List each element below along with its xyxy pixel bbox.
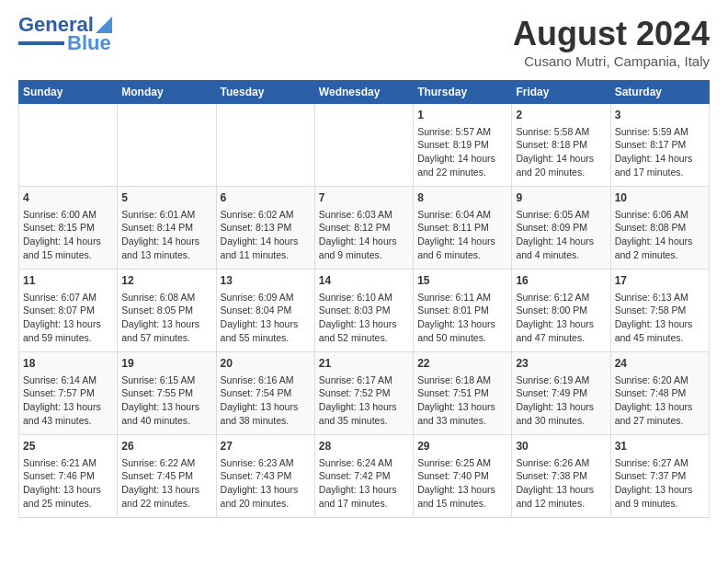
day-info: Daylight: 13 hours [23,400,113,414]
day-number: 16 [516,273,606,289]
day-info: Sunrise: 6:17 AM [319,373,409,387]
calendar-cell: 31Sunrise: 6:27 AMSunset: 7:37 PMDayligh… [610,435,709,518]
day-info: Sunrise: 6:26 AM [516,456,606,470]
day-info: Sunrise: 6:00 AM [23,208,113,222]
day-info: and 40 minutes. [121,414,211,428]
weekday-header-thursday: Thursday [414,81,512,104]
day-info: Daylight: 13 hours [615,317,705,331]
day-number: 2 [516,108,606,123]
day-info: and 55 minutes. [221,331,311,345]
logo: General Blue [18,15,112,53]
calendar-cell: 16Sunrise: 6:12 AMSunset: 8:00 PMDayligh… [512,270,610,352]
day-info: Daylight: 14 hours [221,235,311,248]
calendar-cell: 24Sunrise: 6:20 AMSunset: 7:48 PMDayligh… [610,352,709,435]
day-info: Sunrise: 6:08 AM [121,291,211,304]
weekday-header-saturday: Saturday [610,81,709,104]
day-number: 29 [417,439,507,454]
day-number: 12 [121,273,211,289]
day-info: Daylight: 13 hours [615,483,705,497]
day-info: Sunset: 8:09 PM [516,221,606,235]
day-info: Sunrise: 6:27 AM [615,456,705,470]
day-info: and 52 minutes. [319,331,409,345]
day-number: 21 [319,356,409,372]
day-info: Sunrise: 6:21 AM [23,456,113,470]
day-info: Sunset: 8:01 PM [417,304,507,317]
calendar-cell [314,104,413,187]
calendar-cell: 3Sunrise: 5:59 AMSunset: 8:17 PMDaylight… [610,104,709,187]
day-info: Sunset: 7:58 PM [615,304,705,317]
calendar-cell: 18Sunrise: 6:14 AMSunset: 7:57 PMDayligh… [19,352,118,435]
day-info: and 22 minutes. [417,166,507,179]
calendar-cell: 26Sunrise: 6:22 AMSunset: 7:45 PMDayligh… [118,435,216,518]
weekday-header-monday: Monday [118,81,216,104]
calendar-cell [216,104,314,187]
calendar-cell: 7Sunrise: 6:03 AMSunset: 8:12 PMDaylight… [314,187,413,270]
day-info: Daylight: 13 hours [121,400,211,414]
day-info: Daylight: 13 hours [417,400,507,414]
day-number: 18 [23,356,113,372]
day-number: 15 [417,273,507,289]
day-info: Sunrise: 6:14 AM [23,373,113,387]
day-info: Daylight: 13 hours [23,317,113,331]
weekday-header-friday: Friday [512,81,610,104]
calendar-cell: 14Sunrise: 6:10 AMSunset: 8:03 PMDayligh… [314,270,413,352]
calendar-body: 1Sunrise: 5:57 AMSunset: 8:19 PMDaylight… [19,104,710,518]
calendar-week-4: 18Sunrise: 6:14 AMSunset: 7:57 PMDayligh… [19,352,710,435]
day-info: Sunrise: 6:25 AM [417,456,507,470]
calendar-cell: 30Sunrise: 6:26 AMSunset: 7:38 PMDayligh… [512,435,610,518]
calendar-cell: 9Sunrise: 6:05 AMSunset: 8:09 PMDaylight… [512,187,610,270]
day-info: Sunset: 8:19 PM [417,138,507,152]
day-info: Sunset: 7:46 PM [23,469,113,483]
day-number: 28 [319,439,409,454]
day-info: and 13 minutes. [121,248,211,262]
day-info: Sunset: 8:05 PM [121,304,211,317]
calendar-table: SundayMondayTuesdayWednesdayThursdayFrid… [18,80,710,518]
calendar-cell: 11Sunrise: 6:07 AMSunset: 8:07 PMDayligh… [19,270,118,352]
calendar-cell: 23Sunrise: 6:19 AMSunset: 7:49 PMDayligh… [512,352,610,435]
day-info: Sunset: 8:15 PM [23,221,113,235]
page-header: General Blue August 2024 Cusano Mutri, C… [18,15,710,69]
day-number: 24 [615,356,705,372]
day-info: Sunrise: 6:19 AM [516,373,606,387]
day-info: Sunset: 7:42 PM [319,469,409,483]
day-info: and 30 minutes. [516,414,606,428]
day-info: Daylight: 14 hours [417,235,507,248]
day-info: and 17 minutes. [615,166,705,179]
day-info: and 17 minutes. [319,497,409,511]
day-info: and 47 minutes. [516,331,606,345]
day-info: Sunrise: 6:12 AM [516,291,606,304]
calendar-cell: 5Sunrise: 6:01 AMSunset: 8:14 PMDaylight… [118,187,216,270]
day-info: Sunrise: 6:07 AM [23,291,113,304]
day-info: Sunset: 8:18 PM [516,138,606,152]
day-info: Sunset: 8:00 PM [516,304,606,317]
logo-blue: Blue [67,33,111,53]
calendar-cell: 28Sunrise: 6:24 AMSunset: 7:42 PMDayligh… [314,435,413,518]
day-info: Sunset: 8:08 PM [615,221,705,235]
day-number: 20 [221,356,311,372]
day-info: Sunrise: 6:05 AM [516,208,606,222]
day-info: Sunset: 8:14 PM [121,221,211,235]
day-info: and 9 minutes. [615,497,705,511]
day-info: and 33 minutes. [417,414,507,428]
day-number: 22 [417,356,507,372]
day-info: Sunrise: 6:18 AM [417,373,507,387]
calendar-cell [19,104,118,187]
day-number: 27 [221,439,311,454]
day-info: Daylight: 13 hours [121,483,211,497]
day-info: Sunset: 8:11 PM [417,221,507,235]
day-number: 6 [221,190,311,206]
day-info: Daylight: 14 hours [615,152,705,166]
day-info: Sunset: 7:49 PM [516,386,606,400]
day-number: 31 [615,439,705,454]
day-info: Sunrise: 6:20 AM [615,373,705,387]
day-info: Sunset: 7:57 PM [23,386,113,400]
calendar-cell: 15Sunrise: 6:11 AMSunset: 8:01 PMDayligh… [414,270,512,352]
calendar-cell: 21Sunrise: 6:17 AMSunset: 7:52 PMDayligh… [314,352,413,435]
day-info: Sunset: 8:07 PM [23,304,113,317]
day-info: Sunrise: 5:59 AM [615,125,705,139]
day-info: and 22 minutes. [121,497,211,511]
day-info: and 59 minutes. [23,331,113,345]
day-info: Sunset: 7:55 PM [121,386,211,400]
day-info: Sunset: 8:17 PM [615,138,705,152]
calendar-cell: 27Sunrise: 6:23 AMSunset: 7:43 PMDayligh… [216,435,314,518]
